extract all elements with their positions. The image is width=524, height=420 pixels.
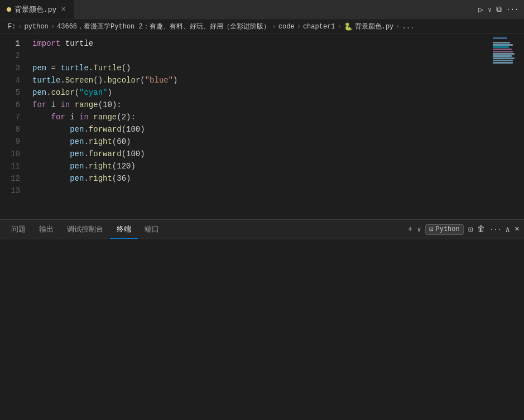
line-numbers: 12345678910111213 — [0, 34, 28, 219]
line-number: 6 — [0, 99, 28, 111]
line-number: 12 — [0, 172, 28, 185]
panel-tabs-left: 问题输出调试控制台终端端口 — [4, 220, 166, 239]
tab-bar: 背景颜色.py × ▷ ∨ ⧉ ··· — [0, 0, 524, 20]
breadcrumb-file-icon: 🐍 — [344, 22, 353, 31]
breadcrumb-more: ... — [402, 23, 415, 31]
panel-more-button[interactable]: ··· — [489, 225, 501, 234]
minimap-line — [493, 42, 510, 44]
split-editor-button[interactable]: ⧉ — [496, 5, 502, 14]
line-number: 1 — [0, 37, 28, 50]
panel-tab-输出[interactable]: 输出 — [32, 220, 60, 239]
panel-tab-问题[interactable]: 问题 — [4, 220, 32, 239]
line-number: 11 — [0, 160, 28, 172]
line-number: 8 — [0, 123, 28, 136]
panel-tab-调试控制台[interactable]: 调试控制台 — [60, 220, 110, 239]
more-actions-button[interactable]: ··· — [506, 5, 518, 14]
breadcrumb-code: code — [278, 23, 295, 31]
panel-add-button[interactable]: + — [408, 225, 413, 234]
minimap-line — [493, 53, 515, 55]
breadcrumb-drive: F: — [8, 23, 16, 31]
minimap-line — [493, 37, 507, 39]
code-line: pen.forward(100) — [28, 148, 524, 160]
code-line — [28, 50, 524, 62]
panel-close-button[interactable]: × — [515, 225, 520, 234]
panel-tabs-right: + ∨ ⊡ Python ⊡ 🗑 ··· ∧ × — [408, 224, 520, 235]
minimap-line — [493, 51, 513, 52]
minimap-line — [493, 55, 512, 57]
minimap-line — [493, 49, 512, 50]
breadcrumb-sep-2: › — [51, 23, 55, 31]
minimap-line — [493, 57, 515, 59]
code-line: pen = turtle.Turtle() — [28, 62, 524, 74]
line-number: 3 — [0, 62, 28, 74]
panel-tabs: 问题输出调试控制台终端端口 + ∨ ⊡ Python ⊡ 🗑 ··· ∧ × — [0, 220, 524, 239]
terminal-icon: ⊡ — [429, 225, 433, 234]
tab-bar-left: 背景颜色.py × — [0, 0, 74, 19]
panel-tab-终端[interactable]: 终端 — [110, 220, 138, 239]
breadcrumb-sep-1: › — [18, 23, 22, 31]
breadcrumb-folder: 43666，看漫画学Python 2：有趣、有料、好玩、好用（全彩进阶版） — [57, 22, 270, 31]
minimap-line — [493, 44, 513, 46]
tab-bar-right: ▷ ∨ ⧉ ··· — [478, 4, 524, 15]
file-tab[interactable]: 背景颜色.py × — [0, 0, 74, 19]
code-line: pen.forward(100) — [28, 123, 524, 136]
run-button[interactable]: ▷ — [478, 4, 483, 15]
editor-area: 12345678910111213 import turtle pen = tu… — [0, 34, 524, 219]
code-line — [28, 185, 524, 197]
panel-split-button[interactable]: ⊡ — [468, 225, 473, 234]
breadcrumb-sep-4: › — [297, 23, 301, 31]
line-number: 4 — [0, 74, 28, 86]
breadcrumb-chapter: chapter1 — [303, 23, 335, 31]
code-line: pen.right(60) — [28, 136, 524, 148]
line-number: 10 — [0, 148, 28, 160]
minimap-content — [493, 37, 522, 66]
line-number: 5 — [0, 86, 28, 99]
minimap-line — [493, 60, 513, 61]
file-tab-icon — [7, 7, 11, 12]
breadcrumb-filename: 背景颜色.py — [355, 22, 394, 31]
panel-content — [0, 239, 524, 420]
breadcrumb-sep-6: › — [396, 23, 400, 31]
code-editor[interactable]: import turtle pen = turtle.Turtle()turtl… — [28, 34, 524, 219]
minimap — [491, 34, 524, 219]
breadcrumb-python: python — [25, 23, 49, 31]
file-tab-label: 背景颜色.py — [15, 4, 56, 15]
python-badge[interactable]: ⊡ Python — [425, 224, 463, 235]
code-line: turtle.Screen().bgcolor("blue") — [28, 74, 524, 86]
code-line: pen.right(120) — [28, 160, 524, 172]
panel-maximize-button[interactable]: ∧ — [506, 225, 510, 234]
code-line: for i in range(2): — [28, 111, 524, 123]
line-number: 2 — [0, 50, 28, 62]
breadcrumb-sep-5: › — [337, 23, 341, 31]
code-line: pen.right(36) — [28, 172, 524, 185]
run-dropdown-button[interactable]: ∨ — [488, 6, 492, 13]
breadcrumb-sep-3: › — [272, 23, 276, 31]
panel: 问题输出调试控制台终端端口 + ∨ ⊡ Python ⊡ 🗑 ··· ∧ × — [0, 219, 524, 420]
line-number: 7 — [0, 111, 28, 123]
panel-add-dropdown[interactable]: ∨ — [417, 226, 421, 233]
panel-tab-端口[interactable]: 端口 — [138, 220, 166, 239]
minimap-line — [493, 62, 513, 64]
breadcrumb: F: › python › 43666，看漫画学Python 2：有趣、有料、好… — [0, 20, 524, 34]
tab-close-button[interactable]: × — [60, 4, 66, 15]
python-label: Python — [435, 225, 459, 233]
line-number: 13 — [0, 185, 28, 197]
code-line: for i in range(10): — [28, 99, 524, 111]
code-line: import turtle — [28, 37, 524, 50]
minimap-line — [493, 46, 509, 48]
panel-delete-button[interactable]: 🗑 — [477, 225, 485, 234]
code-line: pen.color("cyan") — [28, 86, 524, 99]
line-number: 9 — [0, 136, 28, 148]
